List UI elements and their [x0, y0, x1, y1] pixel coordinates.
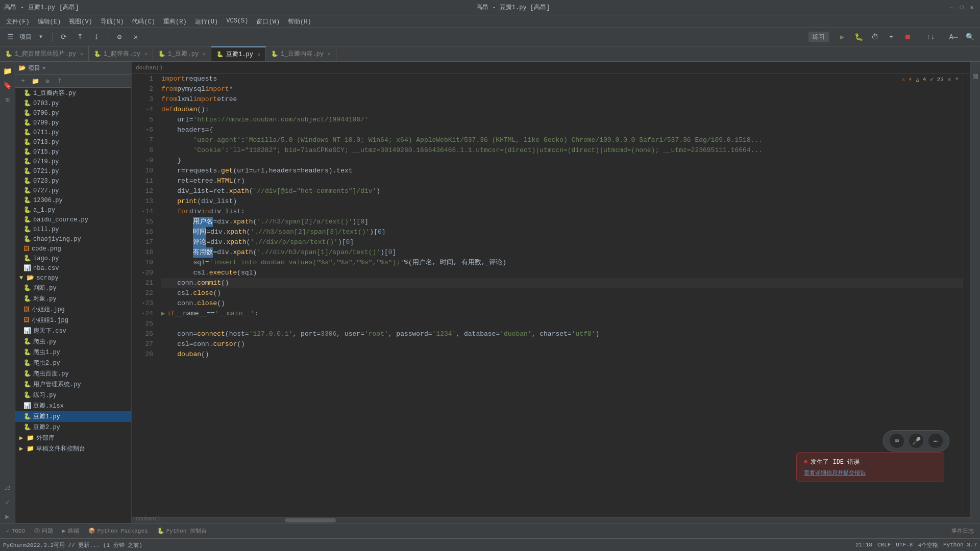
profile-button[interactable]: ⏱ [868, 31, 882, 44]
file-item-chaojiying-py[interactable]: 🐍chaojiying.py [15, 234, 131, 244]
file-item-0709-py[interactable]: 🐍0709.py [15, 118, 131, 128]
scroll-thumb[interactable] [285, 518, 336, 522]
tab-close[interactable]: ✕ [328, 51, 331, 57]
file-item-0727-py[interactable]: 🐍0727.py [15, 186, 131, 195]
fold-indicator[interactable]: ▾ [146, 105, 149, 115]
code-line-5[interactable]: url = 'https://movie.douban.com/subject/… [161, 115, 963, 125]
fold-indicator[interactable]: ▾ [142, 207, 144, 217]
stop-button[interactable]: ⏹ [900, 31, 915, 44]
tab-close[interactable]: ✕ [203, 51, 206, 57]
menu-item-视图v[interactable]: 视图(V) [65, 16, 96, 27]
error-count[interactable]: ⚠ 4 [902, 76, 912, 83]
code-line-17[interactable]: 评论 = div.xpath('.//div/p/span/text()')[0… [161, 237, 963, 247]
sidebar-project-icon[interactable]: 📁 [1, 64, 14, 78]
sidebar-todo-icon[interactable]: ✓ [1, 495, 14, 509]
debug-button[interactable]: 🐛 [851, 31, 866, 44]
app-version-item[interactable]: PyCharm2022.3.2可用 // 更新... (1 分钟 之前) [3, 541, 142, 549]
file-item-判断-py[interactable]: 🐍判断.py [15, 283, 131, 293]
warning-count[interactable]: △ 4 [916, 76, 926, 83]
code-line-11[interactable]: ret = etree.HTML(r) [161, 176, 963, 186]
file-item-豆瓣2-py[interactable]: 🐍豆瓣2.py [15, 422, 131, 433]
sidebar-run-icon[interactable]: ▶ [1, 510, 14, 523]
code-editor[interactable]: import requestsfrom pymysql import *from… [157, 74, 963, 517]
code-line-16[interactable]: 时间 = div.xpath('.//h3/span[2]/span[3]/te… [161, 227, 963, 237]
code-line-6[interactable]: headers ={ [161, 125, 963, 135]
file-item-0703-py[interactable]: 🐍0703.py [15, 98, 131, 108]
code-line-27[interactable]: csl = conn.cursor() [161, 339, 963, 349]
tree-collapse-btn[interactable]: ⤒ [54, 76, 65, 86]
sidebar-git-icon[interactable]: ⎇ [1, 481, 14, 494]
file-item-小姐姐1-jpg[interactable]: 🖼小姐姐1.jpg [15, 315, 131, 325]
menu-item-代码c[interactable]: 代码(C) [128, 16, 159, 27]
tab-tab2[interactable]: 🐍1_爬弹幕.py✕ [89, 46, 153, 61]
tab-event-log[interactable]: 事件日志 [947, 525, 978, 536]
dropdown-arrow[interactable]: ▼ [34, 31, 48, 44]
code-line-19[interactable]: sql = 'insert into duoban values("%s","%… [161, 258, 963, 268]
coverage-button[interactable]: ☂ [884, 31, 898, 44]
file-item-爬虫2-py[interactable]: 🐍爬虫2.py [15, 358, 131, 368]
editor-content[interactable]: ⚠ 4 △ 4 ✓ 23 ▲ ▼ 123▾45▾678▾910111213▾14… [132, 74, 970, 517]
file-item-baidu_cource-py[interactable]: 🐍baidu_cource.py [15, 215, 131, 224]
fold-indicator[interactable]: ▾ [142, 309, 144, 319]
vcs-button[interactable]: ↑↓ [923, 31, 938, 44]
line-ending-item[interactable]: CRLF [877, 542, 891, 548]
code-line-21[interactable]: conn.commit() [161, 278, 963, 288]
python-version-item[interactable]: Python 3.7 [943, 542, 977, 548]
notification-link[interactable]: 查看详细信息并提交报告 [804, 469, 937, 477]
file-item-用户管理系统-py[interactable]: 🐍用户管理系统.py [15, 379, 131, 390]
translate-button[interactable]: A↔ [946, 31, 961, 44]
info-count[interactable]: ✓ 23 [930, 76, 943, 83]
code-line-15[interactable]: 用户名 = div.xpath('.//h3/span[2]/a/text()'… [161, 217, 963, 227]
minimize-button[interactable]: — [947, 4, 955, 12]
file-item-爬虫1-py[interactable]: 🐍爬虫1.py [15, 347, 131, 358]
close-panel-button[interactable]: ✕ [129, 31, 143, 44]
code-line-25[interactable] [161, 319, 963, 329]
tab-python-console[interactable]: 🐍 Python 控制台 [153, 525, 211, 536]
position-item[interactable]: 21:18 [855, 542, 872, 548]
file-item-练习-py[interactable]: 🐍练习.py [15, 390, 131, 400]
file-item-nba-csv[interactable]: 📊nba.csv [15, 263, 131, 273]
menu-item-重构r[interactable]: 重构(R) [159, 16, 191, 27]
tab-close[interactable]: ✕ [257, 52, 260, 58]
close-button[interactable]: ✕ [968, 4, 976, 12]
tab-tab4[interactable]: 🐍豆瓣1.py✕ [211, 46, 266, 61]
code-line-2[interactable]: from pymysql import * [161, 84, 963, 94]
file-item-12306-py[interactable]: 🐍12306.py [15, 195, 131, 205]
file-item-0719-py[interactable]: 🐍0719.py [15, 157, 131, 166]
code-line-24[interactable]: ▶if __name__ == '__main__': [161, 309, 963, 319]
tab-close[interactable]: ✕ [144, 51, 148, 57]
tab-close[interactable]: ✕ [80, 51, 83, 57]
sidebar-structure-icon[interactable]: ⊞ [1, 93, 14, 106]
file-item-scrapy[interactable]: ▼ 📂scrapy [15, 273, 131, 283]
run-arrow[interactable]: ▶ [161, 309, 165, 319]
fold-indicator[interactable]: ▾ [142, 268, 144, 278]
fold-indicator[interactable]: ▾ [142, 298, 144, 309]
scroll-up-btn[interactable]: ▲ [948, 76, 951, 82]
code-line-20[interactable]: csl.execute(sql) [161, 268, 963, 278]
new-dir-btn[interactable]: 📁 [30, 76, 41, 86]
file-item-lago-py[interactable]: 🐍lago.py [15, 254, 131, 263]
menu-item-帮助h[interactable]: 帮助(H) [284, 16, 315, 27]
encoding-item[interactable]: UTF-8 [896, 542, 913, 548]
file-item-0723-py[interactable]: 🐍0723.py [15, 176, 131, 186]
file-item-0706-py[interactable]: 🐍0706.py [15, 108, 131, 118]
voice-mic-btn[interactable]: 🎤 [909, 434, 923, 448]
run-config[interactable]: 练习 [808, 32, 829, 42]
file-item-对象-py[interactable]: 🐍对象.py [15, 293, 131, 304]
tab-tab5[interactable]: 🐍1_豆瓣内容.py✕ [266, 46, 336, 61]
settings-button[interactable]: ⚙ [112, 31, 127, 44]
tab-tab3[interactable]: 🐍1_豆瓣.py✕ [153, 46, 211, 61]
maximize-button[interactable]: □ [958, 4, 966, 12]
menu-item-导航n[interactable]: 导航(N) [96, 16, 128, 27]
collapse-button[interactable]: ⤒ [73, 31, 87, 44]
file-item-爬虫百度-py[interactable]: 🐍爬虫百度.py [15, 368, 131, 379]
menu-item-文件f[interactable]: 文件(F) [2, 16, 34, 27]
file-item-房天下-csv[interactable]: 📊房天下.csv [15, 325, 131, 336]
file-item-a_1-py[interactable]: 🐍a_1.py [15, 205, 131, 215]
indent-item[interactable]: 4个空格 [918, 541, 938, 549]
file-item-bill-py[interactable]: 🐍bill.py [15, 224, 131, 234]
notifications-label[interactable]: 通知 [970, 67, 980, 71]
file-item-code-png[interactable]: 🖼code.png [15, 244, 131, 254]
tab-tab1[interactable]: 🐍1_爬百度黑丝照片.py✕ [0, 46, 89, 61]
fold-indicator[interactable]: ▾ [146, 156, 149, 166]
